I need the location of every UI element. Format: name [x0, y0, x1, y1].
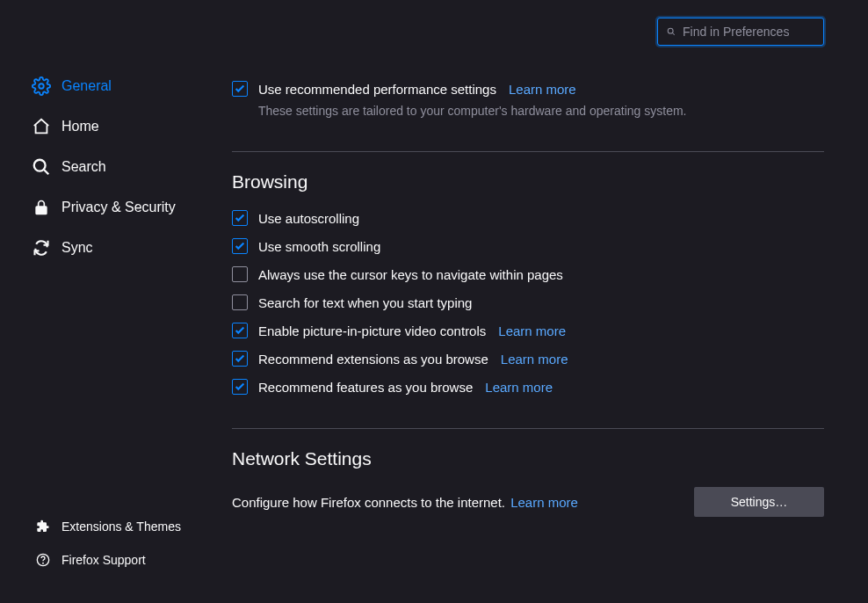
checkbox-recommend-ext[interactable]	[232, 351, 248, 367]
learn-more-link[interactable]: Learn more	[510, 495, 578, 510]
learn-more-link[interactable]: Learn more	[501, 352, 568, 367]
option-label: Enable picture-in-picture video controls	[258, 323, 486, 338]
search-icon	[667, 25, 676, 38]
sidebar-item-label: Home	[61, 119, 99, 134]
home-icon	[32, 117, 51, 136]
option-label: Use smooth scrolling	[258, 239, 380, 254]
sidebar-item-label: Privacy & Security	[61, 200, 176, 215]
sync-icon	[32, 238, 51, 258]
svg-point-3	[43, 563, 44, 563]
sidebar-item-extensions[interactable]: Extensions & Themes	[0, 510, 211, 543]
search-input[interactable]	[683, 25, 814, 39]
sidebar-footer: Extensions & Themes Firefox Support	[0, 510, 211, 603]
checkbox-recommend-feat[interactable]	[232, 379, 248, 395]
separator	[232, 428, 824, 429]
option-label: Recommend extensions as you browse	[258, 352, 488, 367]
network-row: Configure how Firefox connects to the in…	[232, 487, 824, 517]
sidebar-item-label: Sync	[61, 240, 93, 256]
learn-more-link[interactable]: Learn more	[498, 323, 566, 338]
browsing-heading: Browsing	[232, 171, 824, 193]
option-label: Recommend features as you browse	[258, 380, 473, 395]
checkbox-search-typing[interactable]	[232, 294, 248, 310]
svg-point-4	[668, 28, 673, 33]
network-text: Configure how Firefox connects to the in…	[232, 495, 505, 510]
option-recommend-ext: Recommend extensions as you browse Learn…	[232, 351, 824, 367]
checkbox-pip[interactable]	[232, 323, 248, 338]
lock-icon	[32, 198, 51, 217]
option-label: Use autoscrolling	[258, 211, 359, 226]
svg-point-1	[34, 160, 46, 171]
learn-more-link[interactable]: Learn more	[485, 380, 553, 395]
option-pip: Enable picture-in-picture video controls…	[232, 323, 824, 338]
help-icon	[35, 552, 51, 568]
network-settings-button[interactable]: Settings…	[694, 487, 824, 517]
option-label: Search for text when you start typing	[258, 295, 472, 310]
sidebar-item-label: General	[61, 78, 112, 94]
sidebar-item-sync[interactable]: Sync	[0, 228, 211, 268]
checkbox-cursor-keys[interactable]	[232, 266, 248, 282]
checkbox-perf[interactable]	[232, 81, 248, 97]
separator	[232, 151, 824, 152]
learn-more-link[interactable]: Learn more	[509, 82, 576, 97]
network-heading: Network Settings	[232, 448, 824, 469]
sidebar-item-label: Extensions & Themes	[61, 519, 181, 534]
checkbox-smooth-scroll[interactable]	[232, 238, 248, 254]
search-box[interactable]	[657, 18, 824, 46]
main-content: Use recommended performance settings Lea…	[211, 0, 868, 603]
option-label: Use recommended performance settings	[258, 82, 496, 97]
gear-icon	[32, 76, 51, 96]
option-cursor-keys: Always use the cursor keys to navigate w…	[232, 266, 824, 282]
perf-subtext: These settings are tailored to your comp…	[258, 104, 824, 118]
sidebar-item-label: Firefox Support	[61, 553, 146, 567]
sidebar: General Home Search Privacy & Security S…	[0, 0, 211, 603]
sidebar-item-support[interactable]: Firefox Support	[0, 543, 211, 577]
sidebar-item-search[interactable]: Search	[0, 147, 211, 187]
option-label: Always use the cursor keys to navigate w…	[258, 267, 563, 282]
search-icon	[32, 157, 51, 177]
option-autoscroll: Use autoscrolling	[232, 210, 824, 226]
sidebar-item-privacy[interactable]: Privacy & Security	[0, 187, 211, 228]
option-search-typing: Search for text when you start typing	[232, 294, 824, 310]
option-recommend-feat: Recommend features as you browse Learn m…	[232, 379, 824, 395]
option-smooth-scroll: Use smooth scrolling	[232, 238, 824, 254]
checkbox-autoscroll[interactable]	[232, 210, 248, 226]
sidebar-item-label: Search	[61, 159, 106, 175]
puzzle-icon	[35, 519, 51, 534]
sidebar-item-general[interactable]: General	[0, 66, 211, 106]
svg-point-0	[39, 84, 44, 89]
sidebar-item-home[interactable]: Home	[0, 106, 211, 147]
option-perf: Use recommended performance settings Lea…	[232, 81, 824, 97]
